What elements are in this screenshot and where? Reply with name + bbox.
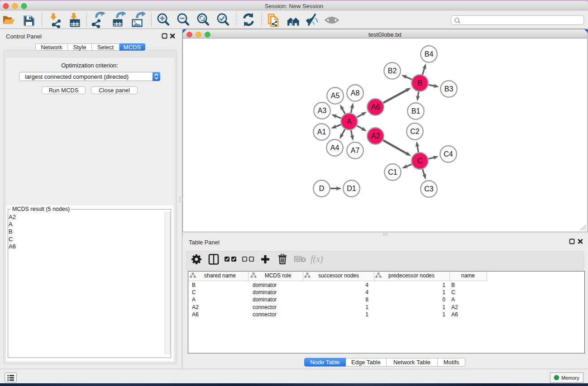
- svg-text:B2: B2: [388, 67, 397, 75]
- svg-text:A7: A7: [351, 147, 360, 154]
- svg-text:D: D: [319, 185, 325, 192]
- svg-text:A2: A2: [371, 132, 380, 140]
- svg-text:D1: D1: [347, 185, 356, 192]
- svg-text:B: B: [417, 79, 422, 87]
- svg-text:C1: C1: [388, 168, 397, 176]
- svg-text:B4: B4: [425, 50, 434, 58]
- svg-text:A5: A5: [331, 92, 340, 100]
- svg-text:C3: C3: [424, 185, 434, 193]
- svg-text:C2: C2: [410, 128, 420, 135]
- svg-text:A4: A4: [330, 144, 339, 152]
- svg-text:A: A: [347, 118, 352, 125]
- svg-text:A1: A1: [317, 128, 326, 136]
- svg-text:C: C: [417, 157, 423, 165]
- svg-text:A3: A3: [318, 107, 327, 114]
- svg-text:A8: A8: [351, 89, 360, 97]
- svg-text:A6: A6: [371, 103, 380, 111]
- svg-text:B1: B1: [411, 107, 421, 115]
- svg-text:C4: C4: [444, 150, 453, 158]
- svg-text:B3: B3: [445, 85, 454, 93]
